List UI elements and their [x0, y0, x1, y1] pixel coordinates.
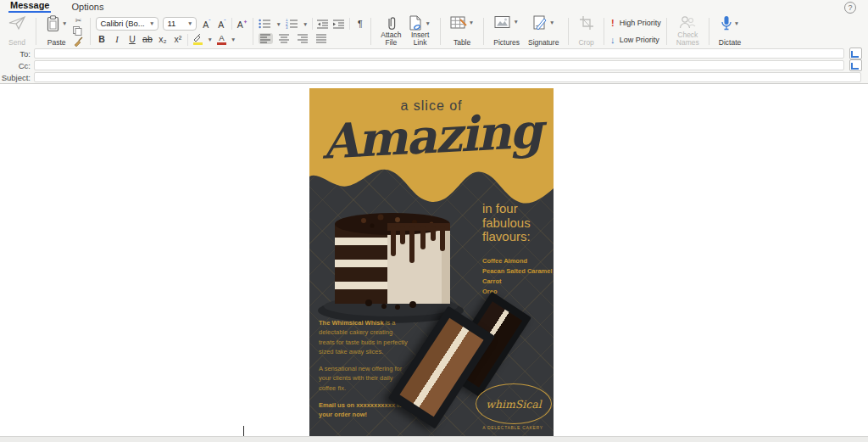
cc-row: Cc: [0, 60, 868, 70]
divider [483, 18, 484, 45]
dictate-button[interactable]: ▼ Dictate [715, 14, 745, 48]
divider [604, 18, 604, 45]
send-icon [8, 15, 26, 31]
crop-icon [579, 15, 594, 31]
to-row: To: [0, 48, 868, 59]
cc-input[interactable] [34, 60, 844, 70]
headline-script-text: Amazing [309, 108, 554, 165]
chevron-down-icon[interactable]: ▼ [207, 36, 212, 42]
cc-label: Cc: [0, 61, 31, 70]
subscript-button[interactable]: x₂ [157, 34, 168, 45]
divider [709, 18, 709, 45]
address-book-icon[interactable] [849, 48, 862, 59]
flavour-item: Carrot [482, 277, 553, 287]
flyer-image[interactable]: a slice of Amazing [309, 88, 554, 437]
font-group: Calibri (Bo...▼ 11▼ Aˆ Aˇ A✦ B I U ab x₂ [96, 16, 248, 46]
font-size-select[interactable]: 11▼ [163, 17, 197, 31]
divider [253, 18, 253, 45]
check-names-button[interactable]: Check Names [672, 14, 704, 48]
table-icon [450, 15, 467, 30]
ribbon-area: Message Options ? Send ▼ [0, 0, 868, 84]
bullet-list-button[interactable] [259, 19, 271, 29]
paperclip-icon [386, 15, 396, 31]
divider [440, 18, 441, 45]
high-priority-icon: ! [609, 18, 616, 28]
highlighter-icon [192, 34, 203, 42]
shrink-font-button[interactable]: Aˇ [216, 16, 227, 31]
grow-font-button[interactable]: Aˆ [201, 16, 212, 31]
svg-text:3: 3 [286, 25, 288, 29]
font-color-button[interactable]: A [217, 34, 226, 45]
highlight-color-button[interactable] [192, 34, 203, 45]
italic-button[interactable]: I [111, 34, 122, 45]
paste-button[interactable]: ▼ Paste [42, 14, 71, 48]
divider [666, 18, 667, 45]
numbered-list-button[interactable]: 123 [286, 19, 298, 29]
to-label: To: [0, 49, 31, 59]
chevron-down-icon: ▼ [469, 20, 474, 25]
bold-button[interactable]: B [96, 34, 107, 45]
window-bottom-edge [0, 436, 868, 442]
font-name-select[interactable]: Calibri (Bo...▼ [96, 17, 159, 31]
clear-formatting-button[interactable]: A✦ [236, 16, 248, 31]
justify-button[interactable] [314, 33, 329, 44]
chevron-down-icon[interactable]: ▼ [303, 21, 308, 27]
divider [568, 18, 569, 45]
format-painter-icon[interactable] [73, 36, 83, 47]
clipboard-icon [46, 15, 60, 32]
flavours-title: in four fabulous flavours: [482, 202, 554, 244]
chevron-down-icon: ▼ [187, 20, 192, 26]
paragraph-group: ▼ 123 ▼ ¶ [259, 18, 365, 44]
divider [231, 18, 232, 30]
send-button[interactable]: Send [3, 14, 31, 48]
clipboard-minis: ✂ [71, 16, 85, 47]
divider [187, 34, 188, 46]
link-icon [409, 15, 423, 31]
table-button[interactable]: ▼ Table [446, 14, 478, 48]
address-fields: To: Cc: Subject: [0, 48, 868, 84]
copy-icon[interactable] [73, 26, 83, 36]
tab-options[interactable]: Options [70, 1, 105, 13]
low-priority-icon: ↓ [609, 35, 616, 45]
ribbon-toolbar: Send ▼ Paste ✂ [0, 14, 868, 48]
help-icon[interactable]: ? [844, 2, 856, 14]
flyer-headline: a slice of Amazing [309, 98, 554, 159]
decrease-indent-button[interactable] [317, 20, 329, 29]
divider [312, 18, 313, 30]
address-book-icon[interactable] [849, 59, 862, 71]
divider [370, 18, 371, 45]
subject-input[interactable] [34, 72, 861, 82]
brand-tagline: A DELECTABLE CAKERY [476, 425, 550, 430]
chevron-down-icon: ▼ [425, 20, 430, 26]
signature-button[interactable]: ▼ Signature [524, 14, 563, 48]
picture-icon [494, 15, 511, 29]
tab-message[interactable]: Message [8, 0, 51, 13]
high-priority-button[interactable]: ! High Priority [609, 18, 661, 28]
cut-icon[interactable]: ✂ [73, 16, 83, 25]
to-input[interactable] [34, 48, 844, 59]
divider [90, 18, 91, 45]
increase-indent-button[interactable] [333, 20, 345, 29]
attach-file-button[interactable]: Attach File [376, 14, 405, 48]
brand-logo: whimSical [476, 383, 552, 424]
outlook-compose-window: Message Options ? Send ▼ [0, 0, 868, 442]
insert-link-button[interactable]: ▼ Insert Link [405, 14, 434, 48]
underline-button[interactable]: U [126, 34, 137, 45]
chevron-down-icon[interactable]: ▼ [275, 21, 281, 27]
chevron-down-icon[interactable]: ▼ [231, 36, 236, 42]
align-center-button[interactable] [277, 33, 292, 44]
pilcrow-button[interactable]: ¶ [354, 19, 365, 30]
microphone-icon [721, 15, 732, 31]
strikethrough-button[interactable]: ab [142, 34, 153, 45]
align-right-button[interactable] [296, 33, 310, 44]
low-priority-button[interactable]: ↓ Low Priority [609, 35, 661, 45]
people-icon [679, 15, 696, 30]
slice-window [399, 318, 483, 417]
superscript-button[interactable]: x² [172, 34, 183, 45]
flavour-item: Coffee Almond [482, 256, 553, 266]
crop-button[interactable]: Crop [574, 14, 598, 48]
chevron-down-icon: ▼ [734, 20, 739, 26]
brand-logo-name: whimSical [486, 398, 542, 411]
align-left-button[interactable] [259, 33, 273, 44]
pictures-button[interactable]: ▼ Pictures [489, 14, 524, 48]
